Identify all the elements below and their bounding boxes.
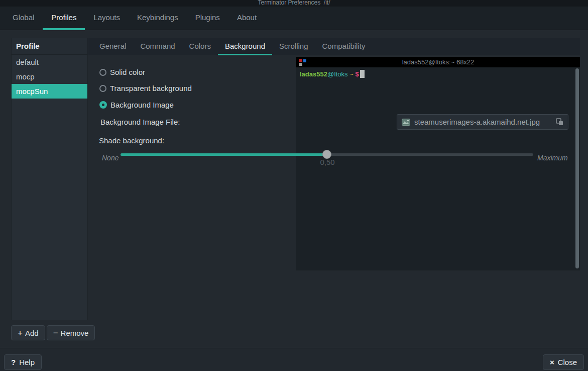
subtab-background[interactable]: Background: [218, 38, 272, 55]
minus-icon: −: [53, 329, 58, 337]
tab-keybindings[interactable]: Keybindings: [129, 7, 187, 30]
radio-row-solid-color[interactable]: Solid color: [99, 68, 145, 76]
remove-profile-button[interactable]: − Remove: [47, 325, 95, 340]
help-label: Help: [19, 358, 35, 366]
tab-profiles[interactable]: Profiles: [43, 7, 85, 30]
window-titlebar: Terminator Preferences /it/: [0, 0, 588, 7]
main-tab-bar: Global Profiles Layouts Keybindings Plug…: [0, 7, 588, 30]
profile-tab-strip: General Command Colors Background Scroll…: [88, 38, 580, 55]
dialog-action-bar: ? Help × Close: [0, 348, 588, 371]
radio-transparent-background[interactable]: [99, 85, 106, 92]
prompt-at: @: [327, 70, 334, 78]
prompt-symbol: $: [355, 70, 359, 78]
background-image-file-label: Background Image File:: [100, 118, 180, 126]
background-image-filename: steamuserimages-a.akamaihd.net.jpg: [414, 118, 552, 126]
radio-solid-color-label: Solid color: [110, 68, 145, 76]
remove-label: Remove: [61, 329, 89, 337]
terminator-preferences-window: Terminator Preferences /it/ Global Profi…: [0, 0, 588, 371]
close-label: Close: [558, 358, 577, 366]
prompt-host: Itoks: [334, 70, 347, 78]
slider-min-label: None: [102, 154, 119, 162]
radio-background-image[interactable]: [99, 101, 107, 109]
plus-icon: +: [18, 329, 23, 337]
subtab-scrolling[interactable]: Scrolling: [272, 38, 315, 55]
close-button[interactable]: × Close: [543, 354, 584, 370]
add-label: Add: [25, 329, 39, 337]
subtab-colors[interactable]: Colors: [182, 38, 218, 55]
profile-list-header[interactable]: Profile: [12, 38, 87, 55]
tab-about[interactable]: About: [228, 7, 265, 30]
tab-global[interactable]: Global: [4, 7, 43, 30]
slider-fill: [121, 153, 327, 156]
terminator-app-icon: [299, 59, 306, 66]
slider-handle[interactable]: [322, 150, 331, 159]
background-image-file-chooser[interactable]: steamuserimages-a.akamaihd.net.jpg: [397, 114, 568, 130]
prompt-user: ladas552: [300, 70, 327, 78]
paste-icon: [556, 118, 563, 126]
radio-row-transparent[interactable]: Transparent background: [99, 84, 192, 92]
tab-layouts[interactable]: Layouts: [85, 7, 129, 30]
terminal-titlebar: ladas552@Itoks:~ 68x22: [296, 57, 580, 67]
terminal-scrollbar[interactable]: [575, 68, 579, 268]
profile-list-actions: + Add − Remove: [11, 325, 95, 340]
terminal-body[interactable]: ladas552@Itoks ~ $: [296, 67, 580, 270]
profile-item-mocp[interactable]: mocp: [12, 69, 87, 84]
radio-background-image-label: Background Image: [110, 101, 174, 109]
subtab-command[interactable]: Command: [133, 38, 182, 55]
add-profile-button[interactable]: + Add: [11, 325, 45, 340]
shade-background-label: Shade background:: [99, 136, 164, 145]
profile-item-default[interactable]: default: [12, 55, 87, 69]
shell-prompt: ladas552@Itoks ~ $: [300, 70, 365, 78]
help-button[interactable]: ? Help: [4, 354, 42, 370]
tab-plugins[interactable]: Plugins: [187, 7, 228, 30]
terminal-cursor: [360, 70, 365, 78]
prompt-path: ~: [348, 70, 356, 78]
terminal-window-preview[interactable]: ladas552@Itoks:~ 68x22 ladas552@Itoks ~ …: [296, 57, 580, 270]
profile-list: Profile default mocp mocpSun: [11, 38, 88, 320]
terminal-title-text: ladas552@Itoks:~ 68x22: [402, 58, 475, 66]
subtab-compatibility[interactable]: Compatibility: [315, 38, 373, 55]
radio-row-background-image[interactable]: Background Image: [99, 101, 174, 109]
slider-track[interactable]: [121, 153, 533, 156]
help-icon: ?: [11, 358, 16, 366]
radio-solid-color[interactable]: [99, 69, 106, 76]
image-icon: [402, 119, 410, 126]
profile-item-mocpsun[interactable]: mocpSun: [12, 84, 87, 99]
radio-transparent-label: Transparent background: [110, 84, 192, 92]
subtab-general[interactable]: General: [92, 38, 133, 55]
close-icon: ×: [550, 358, 554, 366]
window-title: Terminator Preferences /it/: [258, 0, 330, 7]
